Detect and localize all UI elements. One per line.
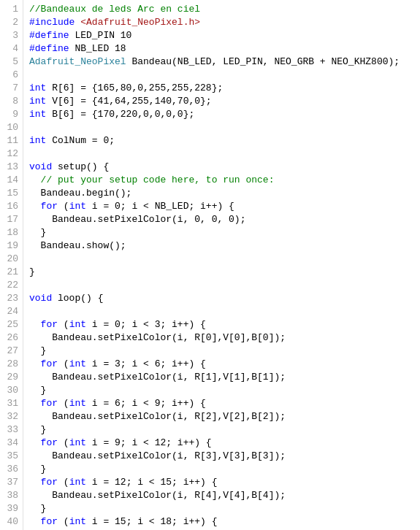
- token: Bandeau.setPixelColor(i, R[1],V[1],B[1])…: [29, 372, 286, 383]
- token: for: [41, 398, 58, 409]
- code-line: for (int i = 9; i < 12; i++) {: [29, 437, 414, 450]
- code-line: void loop() {: [29, 292, 414, 305]
- token: (: [58, 437, 69, 448]
- line-number: 8: [3, 95, 18, 108]
- line-number: 31: [3, 397, 18, 410]
- token: int: [69, 358, 86, 369]
- line-number: 33: [3, 423, 18, 437]
- code-line: Bandeau.show();: [29, 239, 414, 253]
- token: (: [58, 358, 69, 369]
- line-number: 29: [3, 371, 18, 384]
- token: for: [41, 477, 58, 488]
- code-line: }: [29, 502, 414, 515]
- token: int: [29, 96, 46, 107]
- token: [29, 358, 41, 369]
- code-line: // put your setup code here, to run once…: [29, 174, 414, 187]
- line-number: 12: [3, 147, 18, 161]
- token: Bandeau.setPixelColor(i, R[0],V[0],B[0])…: [29, 332, 286, 343]
- token: Bandeau.show();: [29, 240, 126, 251]
- code-line: int B[6] = {170,220,0,0,0,0};: [29, 108, 414, 121]
- token: (: [58, 477, 69, 488]
- line-number: 7: [3, 82, 18, 95]
- code-line: Bandeau.setPixelColor(i, R[1],V[1],B[1])…: [29, 371, 414, 384]
- token: for: [41, 358, 58, 369]
- line-number: 2: [3, 16, 18, 29]
- line-number: 35: [3, 450, 18, 463]
- line-number: 21: [3, 266, 18, 279]
- line-number: 19: [3, 239, 18, 253]
- code-line: for (int i = 0; i < 3; i++) {: [29, 318, 414, 331]
- token: }: [29, 266, 35, 277]
- code-line: }: [29, 463, 414, 476]
- line-number: 36: [3, 463, 18, 476]
- token: void: [29, 161, 52, 172]
- token: Bandeau.begin();: [29, 188, 131, 199]
- code-content: //Bandeaux de leds Arc en ciel#include <…: [23, 0, 420, 530]
- token: }: [29, 503, 46, 514]
- code-line: //Bandeaux de leds Arc en ciel: [29, 3, 414, 16]
- token: ColNum = 0;: [46, 135, 115, 146]
- token: (: [58, 516, 69, 527]
- code-line: int ColNum = 0;: [29, 134, 414, 147]
- token: }: [29, 385, 46, 396]
- code-line: int R[6] = {165,80,0,255,255,228};: [29, 82, 414, 95]
- line-number: 6: [3, 69, 18, 82]
- token: int: [29, 82, 46, 93]
- token: <Adafruit_NeoPixel.h>: [80, 17, 200, 28]
- line-number-gutter: 1234567891011121314151617181920212223242…: [0, 0, 23, 530]
- code-line: Bandeau.setPixelColor(i, 0, 0, 0);: [29, 213, 414, 226]
- token: // put your setup code here, to run once…: [41, 174, 275, 185]
- line-number: 40: [3, 515, 18, 529]
- token: [29, 437, 41, 448]
- line-number: 22: [3, 279, 18, 292]
- token: (: [58, 201, 69, 212]
- token: Adafruit_NeoPixel: [29, 56, 126, 67]
- token: }: [29, 345, 46, 356]
- token: #define: [29, 43, 69, 54]
- code-line: Adafruit_NeoPixel Bandeau(NB_LED, LED_PI…: [29, 55, 414, 69]
- line-number: 23: [3, 292, 18, 305]
- line-number: 30: [3, 384, 18, 397]
- token: #define: [29, 30, 69, 41]
- code-line: [29, 69, 414, 82]
- code-line: [29, 147, 414, 161]
- code-line: }: [29, 384, 414, 397]
- code-line: Bandeau.setPixelColor(i, R[0],V[0],B[0])…: [29, 331, 414, 345]
- line-number: 20: [3, 253, 18, 266]
- code-line: #include <Adafruit_NeoPixel.h>: [29, 16, 414, 29]
- token: [29, 398, 41, 409]
- token: }: [29, 227, 46, 238]
- token: loop() {: [52, 293, 103, 304]
- line-number: 11: [3, 134, 18, 147]
- code-line: }: [29, 345, 414, 358]
- token: int: [29, 109, 46, 120]
- code-line: for (int i = 15; i < 18; i++) {: [29, 515, 414, 529]
- line-number: 39: [3, 502, 18, 515]
- code-line: }: [29, 423, 414, 437]
- token: Bandeau.setPixelColor(i, 0, 0, 0);: [29, 214, 245, 225]
- code-line: [29, 305, 414, 318]
- line-number: 14: [3, 174, 18, 187]
- line-number: 17: [3, 213, 18, 226]
- line-number: 27: [3, 345, 18, 358]
- line-number: 1: [3, 3, 18, 16]
- code-line: void setup() {: [29, 161, 414, 174]
- code-line: for (int i = 6; i < 9; i++) {: [29, 397, 414, 410]
- line-number: 38: [3, 489, 18, 502]
- token: #include: [29, 17, 75, 28]
- code-line: int V[6] = {41,64,255,140,70,0};: [29, 95, 414, 108]
- token: for: [41, 201, 58, 212]
- line-number: 37: [3, 476, 18, 489]
- token: [29, 319, 41, 330]
- line-number: 34: [3, 437, 18, 450]
- token: i = 0; i < NB_LED; i++) {: [86, 201, 234, 212]
- token: [29, 174, 41, 185]
- code-line: Bandeau.setPixelColor(i, R[2],V[2],B[2])…: [29, 410, 414, 423]
- token: int: [29, 135, 46, 146]
- token: i = 9; i < 12; i++) {: [86, 437, 212, 448]
- token: i = 0; i < 3; i++) {: [86, 319, 206, 330]
- code-line: for (int i = 12; i < 15; i++) {: [29, 476, 414, 489]
- line-number: 28: [3, 358, 18, 371]
- token: i = 15; i < 18; i++) {: [86, 516, 217, 527]
- line-number: 10: [3, 121, 18, 134]
